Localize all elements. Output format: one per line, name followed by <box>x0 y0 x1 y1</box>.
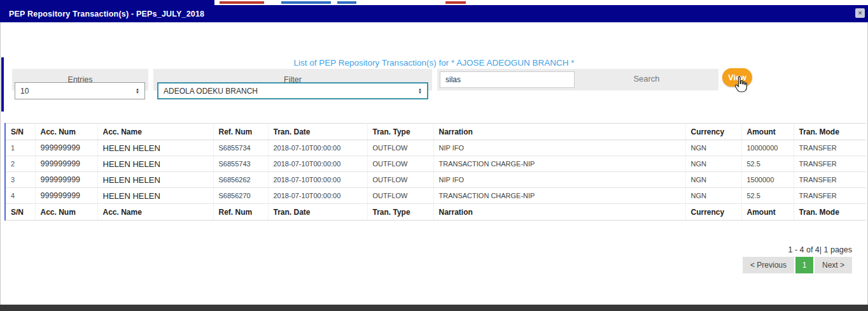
cell-tran-type: OUTFLOW <box>367 156 433 172</box>
column-header-currency: Currency <box>685 124 741 140</box>
cell-currency: NGN <box>685 172 741 188</box>
cell-ref-num: S6856262 <box>213 172 268 188</box>
search-input[interactable] <box>440 71 575 88</box>
column-header-acc-name: Acc. Name <box>97 124 213 140</box>
modal-body: List of PEP Repository Transaction(s) fo… <box>0 22 868 305</box>
footer-column-amount: Amount <box>741 204 794 221</box>
cell-currency: NGN <box>685 188 741 204</box>
table-header-row: S/N Acc. Num Acc. Name Ref. Num Tran. Da… <box>6 124 866 140</box>
cell-narration: TRANSACTION CHARGE-NIP <box>433 156 685 172</box>
list-title: List of PEP Repository Transaction(s) fo… <box>1 58 867 68</box>
select-arrows-icon: ▲▼ <box>136 88 139 94</box>
cell-tran-date: 2018-07-10T00:00:00 <box>268 188 367 204</box>
background-navbar-fragment <box>0 0 214 5</box>
column-header-sn: S/N <box>6 124 35 140</box>
cell-acc-name: HELEN HELEN <box>97 188 213 204</box>
table-row: 4 999999999 HELEN HELEN S6856270 2018-07… <box>6 188 866 204</box>
footer-column-sn: S/N <box>6 204 35 221</box>
cell-sn: 4 <box>6 188 35 204</box>
footer-column-acc-num: Acc. Num <box>35 204 97 221</box>
cell-sn: 2 <box>6 156 35 172</box>
column-header-narration: Narration <box>433 124 685 140</box>
search-label: Search <box>575 74 718 83</box>
cell-tran-type: OUTFLOW <box>367 140 433 156</box>
footer-column-tran-type: Tran. Type <box>367 204 433 221</box>
transactions-table: S/N Acc. Num Acc. Name Ref. Num Tran. Da… <box>4 123 865 221</box>
select-arrows-icon: ▲▼ <box>418 88 422 94</box>
table-footer-row: S/N Acc. Num Acc. Name Ref. Num Tran. Da… <box>6 204 866 221</box>
cell-acc-num: 999999999 <box>35 140 97 156</box>
cell-currency: NGN <box>685 156 741 172</box>
table-row: 3 999999999 HELEN HELEN S6856262 2018-07… <box>6 172 866 188</box>
cell-amount: 10000000 <box>741 140 794 156</box>
clipped-nav-link <box>337 1 356 4</box>
cell-tran-date: 2018-07-10T00:00:00 <box>268 172 367 188</box>
modal-header: PEP Repository Transaction(s) - PEPs_JUL… <box>0 5 868 22</box>
table-row: 1 999999999 HELEN HELEN S6855734 2018-07… <box>6 140 866 156</box>
cell-acc-name: HELEN HELEN <box>97 140 213 156</box>
table-row: 2 999999999 HELEN HELEN S6855743 2018-07… <box>6 156 866 172</box>
column-header-tran-mode: Tran. Mode <box>794 124 866 140</box>
clipped-nav-link <box>281 1 331 4</box>
cell-currency: NGN <box>685 140 741 156</box>
current-page-button[interactable]: 1 <box>795 257 813 273</box>
footer-column-ref-num: Ref. Num <box>213 204 268 221</box>
column-header-amount: Amount <box>741 124 794 140</box>
cell-tran-mode: TRANSFER <box>794 188 866 204</box>
cell-acc-name: HELEN HELEN <box>97 172 213 188</box>
column-header-tran-type: Tran. Type <box>367 124 433 140</box>
cell-acc-num: 999999999 <box>35 172 97 188</box>
cell-amount: 52.5 <box>741 156 794 172</box>
modal-title: PEP Repository Transaction(s) - PEPs_JUL… <box>0 10 204 18</box>
cell-sn: 3 <box>6 172 35 188</box>
cell-tran-mode: TRANSFER <box>794 140 866 156</box>
footer-column-narration: Narration <box>433 204 685 221</box>
cell-sn: 1 <box>6 140 35 156</box>
cell-narration: NIP IFO <box>433 140 685 156</box>
view-button[interactable]: View <box>722 68 752 87</box>
column-header-acc-num: Acc. Num <box>35 124 97 140</box>
cell-acc-num: 999999999 <box>35 156 97 172</box>
close-icon[interactable]: × <box>855 8 865 18</box>
footer-column-tran-mode: Tran. Mode <box>794 204 866 221</box>
footer-column-currency: Currency <box>685 204 741 221</box>
pagination-summary: 1 - 4 of 4| 1 pages <box>788 245 852 254</box>
cell-tran-date: 2018-07-10T00:00:00 <box>268 140 367 156</box>
cell-ref-num: S6855743 <box>213 156 268 172</box>
cell-tran-type: OUTFLOW <box>367 172 433 188</box>
cell-acc-num: 999999999 <box>35 188 97 204</box>
cell-tran-mode: TRANSFER <box>794 172 866 188</box>
entries-selected-value: 10 <box>20 87 136 96</box>
cell-tran-type: OUTFLOW <box>367 188 433 204</box>
cell-tran-mode: TRANSFER <box>794 156 866 172</box>
column-header-ref-num: Ref. Num <box>213 124 268 140</box>
background-page-strip <box>0 0 868 5</box>
bottom-taskbar-strip <box>0 305 868 311</box>
cell-amount: 52.5 <box>741 188 794 204</box>
cell-narration: TRANSACTION CHARGE-NIP <box>433 188 685 204</box>
cell-ref-num: S6855734 <box>213 140 268 156</box>
next-page-button[interactable]: Next > <box>815 257 852 273</box>
cell-acc-name: HELEN HELEN <box>97 156 213 172</box>
cell-tran-date: 2018-07-10T00:00:00 <box>268 156 367 172</box>
filter-selected-value: ADEOLA ODEKU BRANCH <box>164 87 418 96</box>
pagination-controls: < Previous 1 Next > <box>743 257 852 273</box>
footer-column-acc-name: Acc. Name <box>97 204 213 221</box>
previous-page-button[interactable]: < Previous <box>743 257 794 273</box>
cell-amount: 1500000 <box>741 172 794 188</box>
filter-select[interactable]: ADEOLA ODEKU BRANCH ▲▼ <box>157 82 428 99</box>
footer-column-tran-date: Tran. Date <box>268 204 367 221</box>
clipped-nav-link <box>220 1 264 4</box>
entries-select[interactable]: 10 ▲▼ <box>15 82 145 99</box>
column-header-tran-date: Tran. Date <box>268 124 367 140</box>
clipped-nav-link <box>445 1 466 4</box>
cell-ref-num: S6856270 <box>213 188 268 204</box>
cell-narration: NIP IFO <box>433 172 685 188</box>
